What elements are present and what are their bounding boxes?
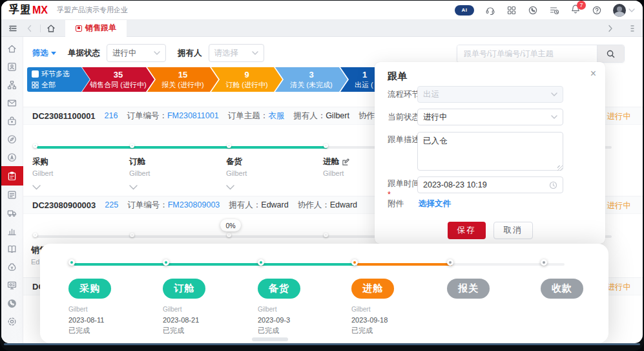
whatsapp-icon[interactable] <box>528 5 538 16</box>
tab-icon <box>76 25 82 32</box>
stage-label: 销售合同 (进行中) <box>82 80 154 89</box>
description-label: 跟单描述 <box>388 134 421 145</box>
brand-logo-mx: MX <box>32 5 48 16</box>
user-menu[interactable] <box>613 4 635 17</box>
tl1-stage-booking: 订舱 Gilbert <box>129 156 150 192</box>
save-button[interactable]: 保存 <box>448 222 486 239</box>
sidebar-item-mail[interactable] <box>1 94 23 112</box>
notifications-bell[interactable]: 7 <box>570 4 581 16</box>
sidebar-item-documents[interactable] <box>1 186 23 204</box>
stage-label: 报关 (进行中) <box>147 80 218 89</box>
nav-back-icon[interactable] <box>25 23 35 34</box>
sidebar-item-finance[interactable] <box>1 258 23 276</box>
doc-status-select[interactable]: 进行中 <box>107 44 166 62</box>
subject-link[interactable]: 衣服 <box>268 111 284 120</box>
sidebar-item-settings[interactable] <box>1 312 23 330</box>
subject-pair: 订单主题：衣服 <box>228 111 285 122</box>
order-no-link[interactable]: FM230811001 <box>167 111 219 120</box>
edit-icon[interactable] <box>342 158 350 166</box>
sidebar-item-org[interactable] <box>1 76 23 94</box>
related-count-link[interactable]: 216 <box>105 111 118 120</box>
related-count-link[interactable]: 225 <box>105 200 118 209</box>
sidebar-item-reports[interactable] <box>1 222 23 240</box>
order-2-status: 进行中 <box>607 200 632 211</box>
order-no-pair: 订单编号：FM230809003 <box>127 200 220 211</box>
sidebar-item-explore[interactable] <box>1 130 23 148</box>
sidebar-item-products[interactable] <box>1 112 23 130</box>
choose-file-link[interactable]: 选择文件 <box>419 198 451 209</box>
doc-number: DC23081100001 <box>32 111 96 121</box>
task-list-icon[interactable] <box>549 5 559 16</box>
funnel-stage-booking[interactable]: 9 订舱 (进行中) <box>211 67 282 92</box>
time-label: 跟单时间* <box>388 178 421 200</box>
multi-select-checkbox[interactable] <box>32 70 39 78</box>
whatsapp-filled-icon <box>6 298 17 309</box>
popup-dot <box>163 259 169 266</box>
nav-forward-icon[interactable] <box>605 23 616 34</box>
sidebar-item-tracking-active[interactable] <box>1 166 23 186</box>
mail-icon <box>6 98 17 109</box>
apps-grid-icon[interactable] <box>506 5 517 16</box>
filter-toggle[interactable]: 筛选 <box>32 48 56 59</box>
funnel-stage-contract[interactable]: 35 销售合同 (进行中) <box>82 67 154 92</box>
doc-number: DC23080900003 <box>32 200 96 210</box>
expand-chevron-icon[interactable] <box>129 185 138 190</box>
expand-chevron-icon[interactable] <box>32 185 41 190</box>
doc-status-value: 进行中 <box>112 48 137 59</box>
left-sidebar <box>1 37 23 343</box>
sidebar-item-ledger[interactable] <box>1 240 23 258</box>
briefcase-icon <box>6 116 17 127</box>
clipboard-icon <box>6 171 17 182</box>
stage-detail-popup: 采购 订舱 备货 进舱 报关 收款 Gilbert 2023-08-11 已完成… <box>40 244 608 343</box>
order-no-link[interactable]: FM230809003 <box>168 200 220 209</box>
chevron-down-icon <box>551 92 557 96</box>
expand-chevron-icon[interactable] <box>226 185 234 190</box>
popup-stage-pill-customs[interactable]: 报关 <box>447 279 490 299</box>
ai-assistant-icon[interactable]: AI <box>455 5 474 16</box>
caret-down-icon <box>51 52 56 55</box>
collapse-menu-icon[interactable] <box>8 23 18 34</box>
current-status-label: 当前状态 <box>388 112 421 123</box>
sidebar-item-home[interactable] <box>1 39 23 58</box>
popup-stage-pill-booking[interactable]: 订舱 <box>163 279 205 299</box>
sidebar-item-contacts[interactable] <box>1 58 23 76</box>
owner-placeholder: 请选择 <box>214 48 239 59</box>
sidebar-item-crm[interactable] <box>1 148 23 166</box>
owner-select[interactable]: 请选择 <box>209 44 264 62</box>
modal-footer: 保存 取消 <box>375 222 605 239</box>
tab-sales-tracking[interactable]: 销售跟单 <box>65 20 127 37</box>
popup-scrollbar[interactable] <box>252 337 288 341</box>
description-textarea[interactable]: 已入仓 <box>417 132 563 171</box>
funnel-stage-all[interactable]: 环节多选 全部 <box>27 67 90 92</box>
funnel-stage-customs[interactable]: 15 报关 (进行中) <box>147 67 218 92</box>
current-status-select[interactable]: 进行中 <box>417 109 563 125</box>
popup-stage-pill-warehouse[interactable]: 进舱 <box>351 279 394 299</box>
cancel-button[interactable]: 取消 <box>493 222 533 239</box>
time-input[interactable]: 2023-08-23 10:19 <box>417 176 563 193</box>
user-avatar <box>613 4 626 17</box>
chevron-down-icon <box>154 51 160 55</box>
company-name: 孚盟产品演示专用企业 <box>57 5 128 15</box>
order-no-pair: 订单编号：FM230811001 <box>127 111 218 122</box>
process-select[interactable]: 出运 <box>417 86 563 103</box>
sidebar-item-whatsapp[interactable] <box>1 294 23 312</box>
funnel-stage-clearance[interactable]: 3 清关 (未完成) <box>275 67 348 92</box>
home-icon[interactable] <box>46 23 56 34</box>
popup-stage-pill-payment[interactable]: 收款 <box>541 279 583 299</box>
chevron-down-icon <box>252 51 258 55</box>
sidebar-item-meeting[interactable] <box>1 276 23 294</box>
resize-handle[interactable] <box>557 165 563 171</box>
circle-a-icon <box>6 152 17 163</box>
popup-stage-pill-purchase[interactable]: 采购 <box>68 279 111 299</box>
help-icon[interactable] <box>592 5 602 16</box>
modal-title: 跟单 <box>388 70 407 83</box>
time-value: 2023-08-23 10:19 <box>423 180 487 189</box>
close-icon[interactable]: × <box>590 69 596 79</box>
tab-options-icon[interactable] <box>625 23 635 34</box>
sidebar-item-logistics[interactable] <box>1 204 23 222</box>
headset-icon[interactable] <box>485 5 495 16</box>
popup-stage-pill-stock[interactable]: 备货 <box>258 279 300 299</box>
id-card-icon <box>6 61 17 72</box>
filter-label: 筛选 <box>32 48 48 59</box>
home-icon <box>6 43 17 54</box>
